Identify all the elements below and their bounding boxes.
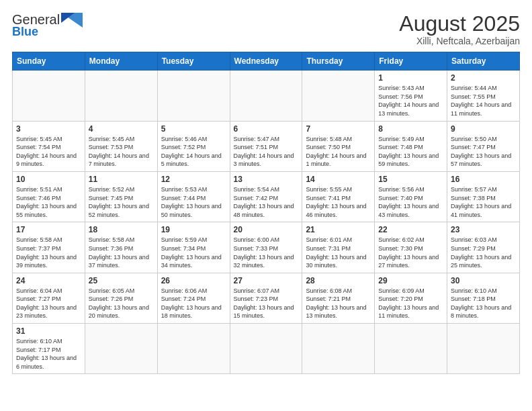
day-number: 28	[306, 276, 371, 285]
header-saturday: Saturday	[447, 52, 520, 71]
calendar-cell: 10Sunrise: 5:51 AM Sunset: 7:46 PM Dayli…	[13, 171, 85, 222]
day-info: Sunrise: 5:48 AM Sunset: 7:50 PM Dayligh…	[306, 135, 371, 169]
calendar-cell: 14Sunrise: 5:55 AM Sunset: 7:41 PM Dayli…	[302, 171, 375, 222]
day-number: 30	[451, 276, 516, 285]
day-number: 8	[378, 124, 443, 134]
week-row-3: 17Sunrise: 5:58 AM Sunset: 7:37 PM Dayli…	[13, 222, 520, 273]
day-number: 20	[234, 225, 299, 234]
day-info: Sunrise: 6:05 AM Sunset: 7:26 PM Dayligh…	[89, 287, 154, 320]
day-info: Sunrise: 5:49 AM Sunset: 7:48 PM Dayligh…	[378, 135, 443, 169]
page-title: August 2025	[399, 12, 520, 36]
day-number: 23	[451, 225, 516, 234]
day-info: Sunrise: 5:45 AM Sunset: 7:53 PM Dayligh…	[89, 135, 154, 169]
calendar-cell: 19Sunrise: 5:59 AM Sunset: 7:34 PM Dayli…	[157, 222, 230, 273]
calendar-cell: 5Sunrise: 5:46 AM Sunset: 7:52 PM Daylig…	[157, 121, 230, 171]
day-info: Sunrise: 5:50 AM Sunset: 7:47 PM Dayligh…	[451, 135, 516, 169]
day-info: Sunrise: 5:56 AM Sunset: 7:40 PM Dayligh…	[378, 185, 443, 219]
header-monday: Monday	[85, 52, 157, 71]
calendar-cell: 3Sunrise: 5:45 AM Sunset: 7:54 PM Daylig…	[13, 121, 85, 171]
calendar-cell	[302, 324, 375, 374]
day-number: 3	[16, 124, 81, 134]
week-row-1: 3Sunrise: 5:45 AM Sunset: 7:54 PM Daylig…	[13, 121, 520, 171]
day-number: 25	[89, 276, 154, 285]
day-number: 17	[16, 225, 81, 234]
calendar-cell: 1Sunrise: 5:43 AM Sunset: 7:56 PM Daylig…	[375, 71, 447, 121]
day-info: Sunrise: 6:00 AM Sunset: 7:33 PM Dayligh…	[234, 236, 299, 269]
day-number: 27	[234, 276, 299, 285]
calendar-cell: 7Sunrise: 5:48 AM Sunset: 7:50 PM Daylig…	[302, 121, 375, 171]
day-info: Sunrise: 5:47 AM Sunset: 7:51 PM Dayligh…	[234, 135, 299, 169]
calendar-cell: 12Sunrise: 5:53 AM Sunset: 7:44 PM Dayli…	[157, 171, 230, 222]
day-number: 2	[451, 73, 516, 83]
calendar-cell: 21Sunrise: 6:01 AM Sunset: 7:31 PM Dayli…	[302, 222, 375, 273]
day-number: 10	[16, 175, 81, 184]
calendar-cell: 9Sunrise: 5:50 AM Sunset: 7:47 PM Daylig…	[447, 121, 520, 171]
day-number: 21	[306, 225, 371, 234]
day-number: 1	[378, 73, 443, 83]
day-info: Sunrise: 6:03 AM Sunset: 7:29 PM Dayligh…	[451, 236, 516, 269]
day-info: Sunrise: 6:04 AM Sunset: 7:27 PM Dayligh…	[16, 287, 81, 320]
day-number: 26	[161, 276, 226, 285]
day-info: Sunrise: 5:44 AM Sunset: 7:55 PM Dayligh…	[451, 84, 516, 118]
header: General Blue August 2025 Xilli, Neftcala…	[12, 12, 520, 46]
calendar-cell: 13Sunrise: 5:54 AM Sunset: 7:42 PM Dayli…	[230, 171, 302, 222]
calendar-cell: 31Sunrise: 6:10 AM Sunset: 7:17 PM Dayli…	[13, 324, 85, 374]
day-number: 4	[89, 124, 154, 134]
calendar-cell: 2Sunrise: 5:44 AM Sunset: 7:55 PM Daylig…	[447, 71, 520, 121]
day-number: 6	[234, 124, 299, 134]
day-info: Sunrise: 5:53 AM Sunset: 7:44 PM Dayligh…	[161, 185, 226, 219]
day-number: 18	[89, 225, 154, 234]
calendar-cell	[447, 324, 520, 374]
day-number: 19	[161, 225, 226, 234]
calendar-cell: 4Sunrise: 5:45 AM Sunset: 7:53 PM Daylig…	[85, 121, 157, 171]
day-info: Sunrise: 6:08 AM Sunset: 7:21 PM Dayligh…	[306, 287, 371, 320]
day-info: Sunrise: 5:46 AM Sunset: 7:52 PM Dayligh…	[161, 135, 226, 169]
day-number: 12	[161, 175, 226, 184]
calendar-cell: 24Sunrise: 6:04 AM Sunset: 7:27 PM Dayli…	[13, 273, 85, 323]
day-info: Sunrise: 6:07 AM Sunset: 7:23 PM Dayligh…	[234, 287, 299, 320]
calendar-cell	[375, 324, 447, 374]
calendar-cell	[157, 71, 230, 121]
calendar-cell	[85, 71, 157, 121]
calendar-cell: 11Sunrise: 5:52 AM Sunset: 7:45 PM Dayli…	[85, 171, 157, 222]
calendar-cell	[85, 324, 157, 374]
logo: General Blue	[12, 12, 83, 39]
day-info: Sunrise: 5:57 AM Sunset: 7:38 PM Dayligh…	[451, 185, 516, 219]
header-tuesday: Tuesday	[157, 52, 230, 71]
day-info: Sunrise: 6:09 AM Sunset: 7:20 PM Dayligh…	[378, 287, 443, 320]
calendar-cell: 8Sunrise: 5:49 AM Sunset: 7:48 PM Daylig…	[375, 121, 447, 171]
day-info: Sunrise: 5:45 AM Sunset: 7:54 PM Dayligh…	[16, 135, 81, 169]
header-friday: Friday	[375, 52, 447, 71]
day-info: Sunrise: 6:02 AM Sunset: 7:30 PM Dayligh…	[378, 236, 443, 269]
day-info: Sunrise: 5:58 AM Sunset: 7:36 PM Dayligh…	[89, 236, 154, 269]
day-info: Sunrise: 5:51 AM Sunset: 7:46 PM Dayligh…	[16, 185, 81, 219]
day-number: 29	[378, 276, 443, 285]
day-number: 31	[16, 326, 81, 336]
calendar-cell: 27Sunrise: 6:07 AM Sunset: 7:23 PM Dayli…	[230, 273, 302, 323]
header-thursday: Thursday	[302, 52, 375, 71]
calendar-cell	[230, 71, 302, 121]
week-row-2: 10Sunrise: 5:51 AM Sunset: 7:46 PM Dayli…	[13, 171, 520, 222]
calendar-cell: 22Sunrise: 6:02 AM Sunset: 7:30 PM Dayli…	[375, 222, 447, 273]
calendar-cell: 17Sunrise: 5:58 AM Sunset: 7:37 PM Dayli…	[13, 222, 85, 273]
calendar-cell: 15Sunrise: 5:56 AM Sunset: 7:40 PM Dayli…	[375, 171, 447, 222]
calendar-cell: 18Sunrise: 5:58 AM Sunset: 7:36 PM Dayli…	[85, 222, 157, 273]
day-info: Sunrise: 6:10 AM Sunset: 7:17 PM Dayligh…	[16, 337, 81, 371]
day-info: Sunrise: 5:58 AM Sunset: 7:37 PM Dayligh…	[16, 236, 81, 269]
calendar-cell: 20Sunrise: 6:00 AM Sunset: 7:33 PM Dayli…	[230, 222, 302, 273]
day-info: Sunrise: 5:52 AM Sunset: 7:45 PM Dayligh…	[89, 185, 154, 219]
day-number: 11	[89, 175, 154, 184]
calendar-cell: 30Sunrise: 6:10 AM Sunset: 7:18 PM Dayli…	[447, 273, 520, 323]
day-number: 24	[16, 276, 81, 285]
day-number: 9	[451, 124, 516, 134]
calendar-cell: 6Sunrise: 5:47 AM Sunset: 7:51 PM Daylig…	[230, 121, 302, 171]
day-info: Sunrise: 6:10 AM Sunset: 7:18 PM Dayligh…	[451, 287, 516, 320]
day-number: 13	[234, 175, 299, 184]
week-row-4: 24Sunrise: 6:04 AM Sunset: 7:27 PM Dayli…	[13, 273, 520, 323]
page-subtitle: Xilli, Neftcala, Azerbaijan	[399, 36, 520, 46]
day-info: Sunrise: 6:06 AM Sunset: 7:24 PM Dayligh…	[161, 287, 226, 320]
day-number: 22	[378, 225, 443, 234]
calendar-cell	[157, 324, 230, 374]
calendar-cell: 28Sunrise: 6:08 AM Sunset: 7:21 PM Dayli…	[302, 273, 375, 323]
calendar-cell: 23Sunrise: 6:03 AM Sunset: 7:29 PM Dayli…	[447, 222, 520, 273]
